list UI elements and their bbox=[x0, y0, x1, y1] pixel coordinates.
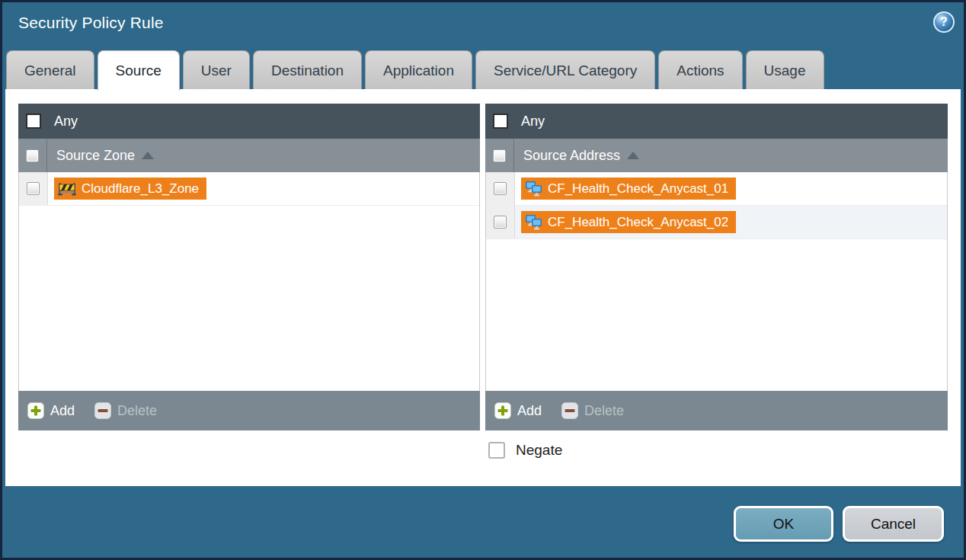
row-content: CF_Health_Check_Anycast_02 bbox=[515, 206, 947, 238]
table-row[interactable]: Cloudflare_L3_Zone bbox=[19, 172, 479, 206]
source-zone-any-checkbox[interactable] bbox=[26, 114, 41, 129]
source-zone-column-title[interactable]: Source Zone bbox=[56, 148, 135, 164]
delete-minus-icon bbox=[94, 402, 111, 419]
row-checkbox[interactable] bbox=[27, 182, 40, 195]
address-icon bbox=[525, 214, 542, 230]
delete-button[interactable]: Delete bbox=[561, 402, 624, 419]
row-checkbox-cell bbox=[486, 172, 515, 205]
row-checkbox-cell bbox=[486, 206, 515, 238]
zone-name: Cloudflare_L3_Zone bbox=[82, 181, 199, 197]
source-zone-panel: Any Source Zone Cloudflare_L3 bbox=[18, 104, 480, 430]
source-zone-rows: Cloudflare_L3_Zone bbox=[18, 172, 480, 391]
add-plus-icon bbox=[494, 402, 511, 419]
row-content: CF_Health_Check_Anycast_01 bbox=[515, 172, 947, 205]
source-address-panel: Any Source Address CF_Health_ bbox=[485, 104, 948, 430]
tab-application[interactable]: Application bbox=[365, 50, 472, 90]
negate-label: Negate bbox=[516, 442, 562, 459]
source-zone-column-header: Source Zone bbox=[18, 139, 480, 172]
source-address-rows: CF_Health_Check_Anycast_01 CF_Health_Che… bbox=[485, 172, 948, 391]
tab-source[interactable]: Source bbox=[98, 50, 180, 91]
page-title: Security Policy Rule bbox=[18, 14, 164, 32]
negate-control: Negate bbox=[488, 442, 562, 459]
tab-actions[interactable]: Actions bbox=[658, 50, 742, 90]
security-policy-rule-dialog: Security Policy Rule ? General Source Us… bbox=[0, 0, 966, 560]
row-content: Cloudflare_L3_Zone bbox=[48, 172, 479, 205]
source-address-footer: Add Delete bbox=[485, 391, 948, 430]
source-address-any-label: Any bbox=[521, 114, 545, 130]
sort-asc-icon[interactable] bbox=[142, 152, 154, 159]
source-address-select-all-checkbox[interactable] bbox=[493, 149, 506, 162]
delete-button-label: Delete bbox=[584, 403, 624, 419]
table-row[interactable]: CF_Health_Check_Anycast_01 bbox=[486, 172, 947, 206]
source-address-any-bar: Any bbox=[485, 104, 948, 139]
add-button-label: Add bbox=[50, 403, 75, 419]
help-icon[interactable]: ? bbox=[933, 11, 955, 33]
delete-button-label: Delete bbox=[117, 403, 157, 419]
tab-general[interactable]: General bbox=[6, 50, 94, 90]
cancel-button[interactable]: Cancel bbox=[843, 506, 944, 542]
source-zone-footer: Add Delete bbox=[18, 391, 480, 430]
add-button-label: Add bbox=[517, 403, 542, 419]
tab-destination[interactable]: Destination bbox=[253, 50, 362, 90]
source-zone-select-all-checkbox[interactable] bbox=[26, 149, 39, 162]
delete-button[interactable]: Delete bbox=[94, 402, 157, 419]
table-row[interactable]: CF_Health_Check_Anycast_02 bbox=[486, 206, 947, 239]
address-icon bbox=[525, 181, 542, 197]
row-checkbox[interactable] bbox=[494, 216, 507, 229]
source-zone-any-bar: Any bbox=[18, 104, 480, 139]
row-checkbox-cell bbox=[19, 172, 48, 205]
delete-minus-icon bbox=[561, 402, 578, 419]
address-name: CF_Health_Check_Anycast_02 bbox=[548, 215, 728, 230]
source-address-any-checkbox[interactable] bbox=[493, 114, 508, 129]
add-plus-icon bbox=[27, 402, 44, 419]
negate-checkbox[interactable] bbox=[488, 442, 505, 459]
source-address-column-title[interactable]: Source Address bbox=[523, 148, 620, 164]
tab-usage[interactable]: Usage bbox=[746, 50, 824, 90]
source-address-select-all-cell bbox=[485, 139, 514, 172]
address-name: CF_Health_Check_Anycast_01 bbox=[548, 181, 728, 197]
zone-tag[interactable]: Cloudflare_L3_Zone bbox=[54, 178, 206, 200]
sort-asc-icon[interactable] bbox=[627, 152, 639, 159]
address-tag[interactable]: CF_Health_Check_Anycast_01 bbox=[521, 178, 736, 200]
tab-user[interactable]: User bbox=[183, 50, 250, 90]
add-button[interactable]: Add bbox=[494, 402, 542, 419]
add-button[interactable]: Add bbox=[27, 402, 75, 419]
zone-icon bbox=[58, 181, 76, 197]
row-checkbox[interactable] bbox=[494, 182, 507, 195]
address-tag[interactable]: CF_Health_Check_Anycast_02 bbox=[521, 211, 736, 233]
source-zone-select-all-cell bbox=[18, 139, 47, 172]
source-address-column-header: Source Address bbox=[485, 139, 948, 172]
tab-service-url-category[interactable]: Service/URL Category bbox=[475, 50, 655, 90]
source-tab-content: Any Source Zone Cloudflare_L3 bbox=[5, 89, 961, 486]
ok-button[interactable]: OK bbox=[734, 506, 833, 542]
source-zone-any-label: Any bbox=[54, 114, 78, 130]
tab-bar: General Source User Destination Applicat… bbox=[6, 50, 824, 90]
